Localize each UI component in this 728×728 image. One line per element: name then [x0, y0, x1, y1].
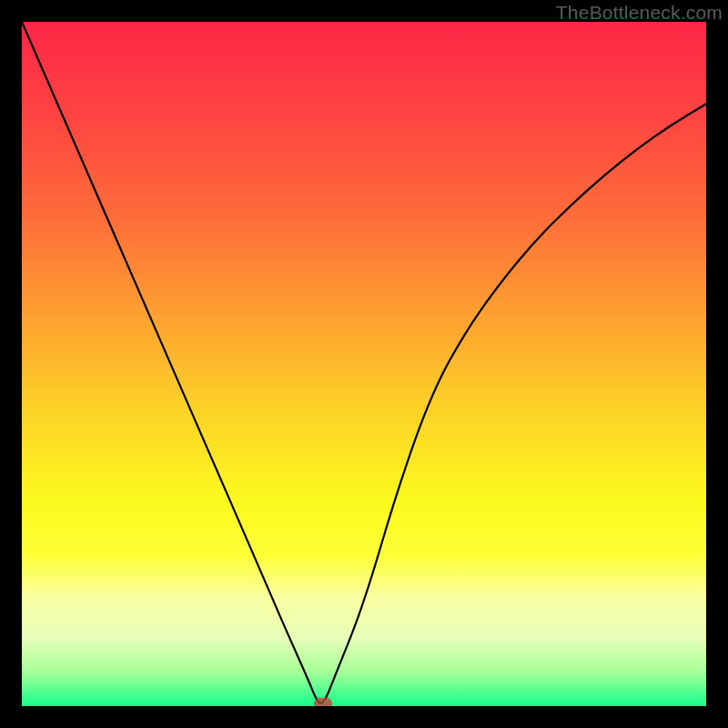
- chart-background-gradient: [22, 22, 706, 706]
- chart-marker-point: [314, 698, 332, 706]
- chart-frame: [22, 22, 706, 706]
- watermark-text: TheBottleneck.com: [556, 2, 723, 24]
- svg-rect-0: [22, 22, 706, 706]
